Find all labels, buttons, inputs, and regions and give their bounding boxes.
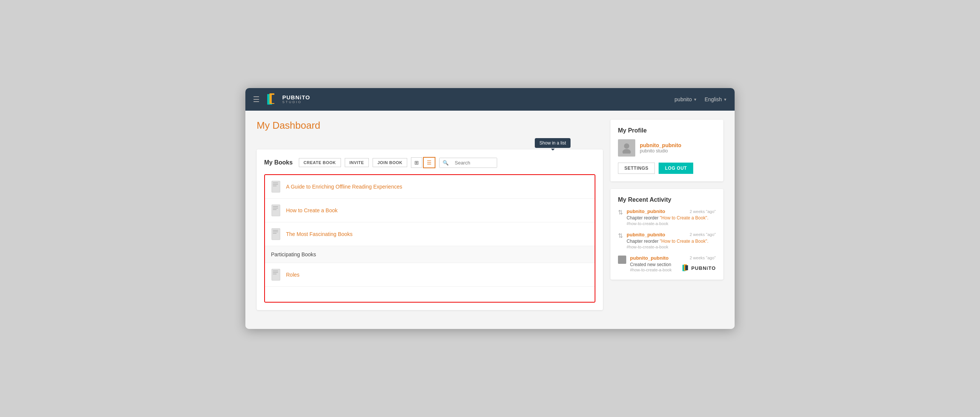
- activity-time: 2 weeks "ago": [689, 209, 716, 214]
- activity-username: pubnito_pubnito: [627, 208, 665, 214]
- right-panel: My Profile pubnito_pubnito pubnito studi…: [611, 120, 723, 320]
- profile-actions: SETTINGS LOG OUT: [618, 162, 716, 174]
- avatar-icon: [621, 142, 632, 154]
- svg-rect-6: [273, 186, 277, 186]
- profile-details: pubnito_pubnito pubnito studio: [640, 142, 681, 154]
- page-title: My Dashboard: [257, 120, 603, 131]
- activity-header: pubnito_pubnito 2 weeks "ago": [630, 255, 716, 261]
- svg-rect-8: [273, 206, 278, 207]
- pubnito-logo-icon: [682, 264, 690, 272]
- svg-rect-17: [273, 272, 278, 273]
- top-nav: ☰ PUBNiTO STUDIO pubnito ▼ Englis: [245, 88, 735, 111]
- create-book-button[interactable]: CREATE BOOK: [299, 158, 341, 167]
- svg-point-19: [624, 143, 629, 149]
- pubnito-footer-logo: PUBNiTO: [682, 264, 716, 272]
- hamburger-icon[interactable]: ☰: [253, 95, 260, 104]
- book-title[interactable]: How to Create a Book: [286, 207, 337, 213]
- activity-username: pubnito_pubnito: [630, 255, 669, 261]
- list-bottom-spacer: [265, 287, 595, 302]
- activity-header: pubnito_pubnito 2 weeks "ago": [627, 232, 716, 237]
- activity-tag: #how-to-create-a-book: [627, 221, 716, 226]
- activity-card: My Recent Activity ⇅ pubnito_pubnito 2 w…: [611, 189, 723, 280]
- lang-chevron-icon: ▼: [723, 97, 727, 102]
- svg-rect-12: [273, 230, 278, 231]
- book-title[interactable]: The Most Fascinating Books: [286, 231, 353, 237]
- svg-rect-5: [273, 184, 278, 185]
- search-input[interactable]: [452, 158, 497, 167]
- reorder-icon: ⇅: [618, 209, 623, 216]
- svg-rect-9: [273, 208, 278, 208]
- table-row: How to Create a Book: [265, 199, 595, 223]
- activity-description: Chapter reorder "How to Create a Book".: [627, 238, 716, 245]
- activity-link[interactable]: "How to Create a Book".: [660, 215, 708, 221]
- user-chevron-icon: ▼: [693, 97, 697, 102]
- tooltip-bubble: Show in a list: [535, 138, 571, 148]
- list-item: ⇅ pubnito_pubnito 2 weeks "ago" Chapter …: [618, 232, 716, 249]
- book-file-icon: [271, 268, 282, 281]
- profile-info: pubnito_pubnito pubnito studio: [618, 139, 716, 156]
- activity-section-title: My Recent Activity: [618, 196, 716, 203]
- profile-username: pubnito_pubnito: [640, 142, 681, 148]
- participating-books-header: Participating Books: [265, 246, 595, 263]
- list-view-button[interactable]: ☰: [423, 157, 436, 168]
- activity-tag: #how-to-create-a-book: [627, 245, 716, 249]
- svg-rect-13: [273, 231, 278, 232]
- nav-language-label: English: [705, 96, 722, 102]
- nav-username: pubnito: [675, 96, 692, 102]
- svg-rect-14: [273, 233, 277, 234]
- join-book-button[interactable]: JOIN BOOK: [372, 158, 407, 167]
- books-section-title: My Books: [264, 159, 293, 166]
- activity-link[interactable]: "How to Create a Book".: [660, 239, 708, 244]
- avatar: [618, 139, 635, 156]
- logo-studio: STUDIO: [282, 100, 310, 104]
- profile-org: pubnito studio: [640, 148, 681, 154]
- invite-button[interactable]: INVITE: [345, 158, 369, 167]
- reorder-icon: ⇅: [618, 232, 623, 239]
- book-title[interactable]: Roles: [286, 272, 299, 278]
- table-row: The Most Fascinating Books: [265, 223, 595, 246]
- svg-rect-18: [273, 274, 277, 274]
- table-row: Roles: [265, 263, 595, 287]
- nav-language-menu[interactable]: English ▼: [705, 96, 727, 102]
- books-panel: My Books CREATE BOOK INVITE JOIN BOOK ⊞ …: [257, 150, 603, 310]
- books-header: My Books CREATE BOOK INVITE JOIN BOOK ⊞ …: [264, 157, 595, 168]
- left-panel: My Dashboard Show in a list My Books CRE…: [257, 120, 603, 320]
- list-item: pubnito_pubnito 2 weeks "ago" Created ne…: [618, 255, 716, 272]
- search-box: 🔍: [439, 158, 497, 168]
- logo-pubnito: PUBNiTO: [282, 94, 310, 101]
- books-list-container: A Guide to Enriching Offline Reading Exp…: [264, 174, 595, 302]
- pubnito-logo-text: PUBNiTO: [691, 265, 716, 271]
- search-icon-button[interactable]: 🔍: [439, 158, 452, 167]
- main-content: My Dashboard Show in a list My Books CRE…: [245, 111, 735, 329]
- view-toggle: ⊞ ☰: [411, 157, 436, 168]
- svg-rect-10: [273, 209, 277, 210]
- logo-icon: [266, 92, 279, 106]
- logout-button[interactable]: LOG OUT: [659, 162, 693, 174]
- table-row: A Guide to Enriching Offline Reading Exp…: [265, 175, 595, 199]
- activity-header: pubnito_pubnito 2 weeks "ago": [627, 208, 716, 214]
- book-file-icon: [271, 228, 282, 240]
- svg-rect-4: [273, 183, 278, 183]
- activity-time: 2 weeks "ago": [689, 232, 716, 237]
- browser-window: ☰ PUBNiTO STUDIO pubnito ▼ Englis: [245, 88, 735, 329]
- profile-section-title: My Profile: [618, 127, 716, 134]
- list-item: ⇅ pubnito_pubnito 2 weeks "ago" Chapter …: [618, 208, 716, 226]
- svg-point-20: [622, 149, 631, 154]
- book-title[interactable]: A Guide to Enriching Offline Reading Exp…: [286, 184, 402, 190]
- nav-left: ☰ PUBNiTO STUDIO: [253, 92, 310, 106]
- activity-username: pubnito_pubnito: [627, 232, 665, 237]
- book-file-icon: [271, 180, 282, 193]
- book-file-icon: [271, 204, 282, 217]
- tooltip-container: Show in a list: [257, 138, 603, 148]
- svg-rect-23: [685, 265, 688, 270]
- section-icon: [618, 256, 626, 264]
- settings-button[interactable]: SETTINGS: [618, 162, 655, 174]
- activity-content: pubnito_pubnito 2 weeks "ago" Chapter re…: [627, 208, 716, 226]
- nav-right: pubnito ▼ English ▼: [675, 96, 727, 102]
- nav-user-menu[interactable]: pubnito ▼: [675, 96, 697, 102]
- svg-rect-2: [272, 95, 276, 103]
- profile-card: My Profile pubnito_pubnito pubnito studi…: [611, 120, 723, 181]
- activity-time: 2 weeks "ago": [689, 256, 716, 260]
- grid-view-button[interactable]: ⊞: [411, 157, 422, 168]
- svg-rect-16: [273, 271, 278, 271]
